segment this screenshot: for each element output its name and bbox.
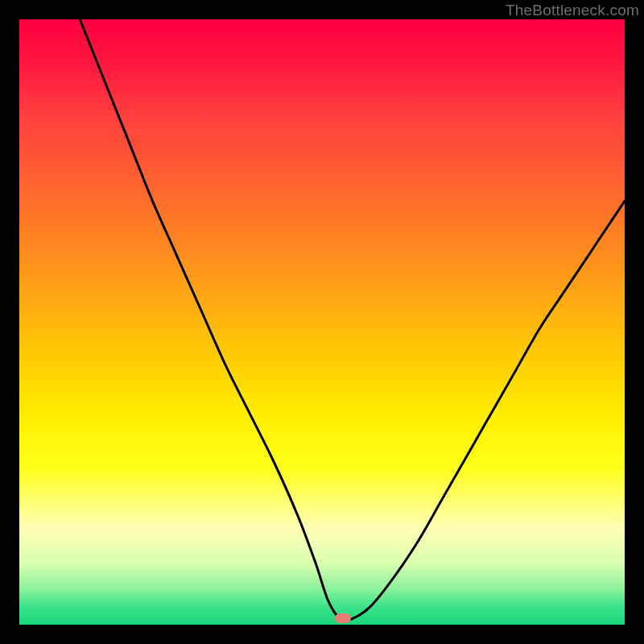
- min-marker: [335, 613, 351, 623]
- bottleneck-curve: [80, 19, 625, 621]
- plot-area: [19, 19, 625, 625]
- watermark-text: TheBottleneck.com: [506, 2, 639, 19]
- curve-svg: [19, 19, 625, 625]
- chart-stage: TheBottleneck.com: [0, 0, 644, 644]
